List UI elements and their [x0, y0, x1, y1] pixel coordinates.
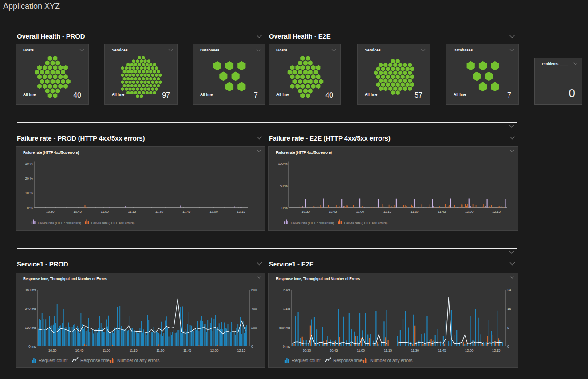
svg-text:10:45: 10:45	[75, 348, 84, 352]
svg-text:12:15: 12:15	[492, 348, 501, 352]
svg-text:800 ms: 800 ms	[279, 326, 290, 330]
svg-text:120 ms: 120 ms	[25, 326, 36, 330]
svg-text:100 %: 100 %	[278, 162, 287, 166]
svg-text:10:30: 10:30	[46, 210, 55, 214]
svg-text:0 %: 0 %	[27, 206, 33, 210]
svg-text:8: 8	[507, 326, 509, 330]
svg-text:11:30: 11:30	[156, 348, 165, 352]
svg-text:0: 0	[507, 344, 509, 348]
svg-text:11:00: 11:00	[356, 210, 364, 214]
svg-text:12:00: 12:00	[465, 348, 474, 352]
svg-text:360 ms: 360 ms	[25, 288, 36, 292]
svg-text:11:00: 11:00	[101, 210, 109, 214]
svg-text:600: 600	[251, 288, 257, 292]
svg-text:0 ms: 0 ms	[28, 344, 36, 348]
svg-text:10:45: 10:45	[329, 210, 337, 214]
svg-text:Failure rate (HTTP 5xx errors): Failure rate (HTTP 5xx errors)	[91, 221, 135, 225]
svg-text:30 %: 30 %	[25, 162, 32, 166]
svg-text:240 ms: 240 ms	[25, 307, 36, 311]
svg-text:11:30: 11:30	[410, 210, 419, 214]
svg-text:11:15: 11:15	[129, 348, 138, 352]
svg-text:50 %: 50 %	[280, 184, 287, 188]
svg-text:10:45: 10:45	[330, 348, 338, 352]
svg-text:11:15: 11:15	[384, 348, 392, 352]
svg-text:11:45: 11:45	[438, 348, 446, 352]
svg-text:12:15: 12:15	[492, 210, 501, 214]
svg-text:16: 16	[507, 307, 511, 311]
svg-text:11:15: 11:15	[128, 210, 136, 214]
svg-text:11:30: 11:30	[155, 210, 164, 214]
svg-text:12:15: 12:15	[237, 210, 245, 214]
svg-text:12:00: 12:00	[210, 348, 219, 352]
svg-text:10:30: 10:30	[301, 210, 310, 214]
svg-text:Number of any errors: Number of any errors	[370, 358, 412, 363]
svg-text:400: 400	[251, 307, 257, 311]
svg-text:10 %: 10 %	[25, 191, 32, 195]
svg-text:11:45: 11:45	[183, 348, 192, 352]
svg-text:Response time: Response time	[333, 358, 363, 363]
svg-text:0 ms: 0 ms	[283, 344, 290, 348]
svg-text:11:15: 11:15	[383, 210, 392, 214]
svg-text:Failure rate (HTTP 4xx errors): Failure rate (HTTP 4xx errors)	[291, 221, 334, 225]
svg-text:11:45: 11:45	[182, 210, 191, 214]
svg-text:Number of any errors: Number of any errors	[117, 358, 159, 363]
svg-text:Failure rate (HTTP 5xx errors): Failure rate (HTTP 5xx errors)	[344, 221, 388, 225]
svg-text:10:30: 10:30	[48, 348, 57, 352]
svg-text:0: 0	[251, 344, 253, 348]
svg-text:0 %: 0 %	[282, 206, 288, 210]
svg-text:11:45: 11:45	[438, 210, 446, 214]
svg-text:200: 200	[251, 326, 257, 330]
svg-text:1.6 s: 1.6 s	[283, 307, 290, 311]
svg-text:20 %: 20 %	[25, 176, 32, 180]
svg-text:11:30: 11:30	[411, 348, 419, 352]
svg-text:10:30: 10:30	[303, 348, 311, 352]
svg-text:12:00: 12:00	[465, 210, 474, 214]
svg-text:Failure rate (HTTP 4xx errors): Failure rate (HTTP 4xx errors)	[38, 221, 81, 225]
svg-text:Response time: Response time	[80, 358, 110, 363]
svg-text:Request count: Request count	[292, 358, 320, 363]
svg-text:24: 24	[507, 288, 511, 292]
svg-text:Request count: Request count	[39, 358, 67, 363]
svg-text:11:00: 11:00	[357, 348, 365, 352]
svg-text:12:15: 12:15	[237, 348, 245, 352]
svg-text:12:00: 12:00	[209, 210, 218, 214]
svg-text:11:00: 11:00	[103, 348, 111, 352]
svg-text:10:45: 10:45	[73, 210, 82, 214]
svg-text:2.4 s: 2.4 s	[283, 288, 290, 292]
